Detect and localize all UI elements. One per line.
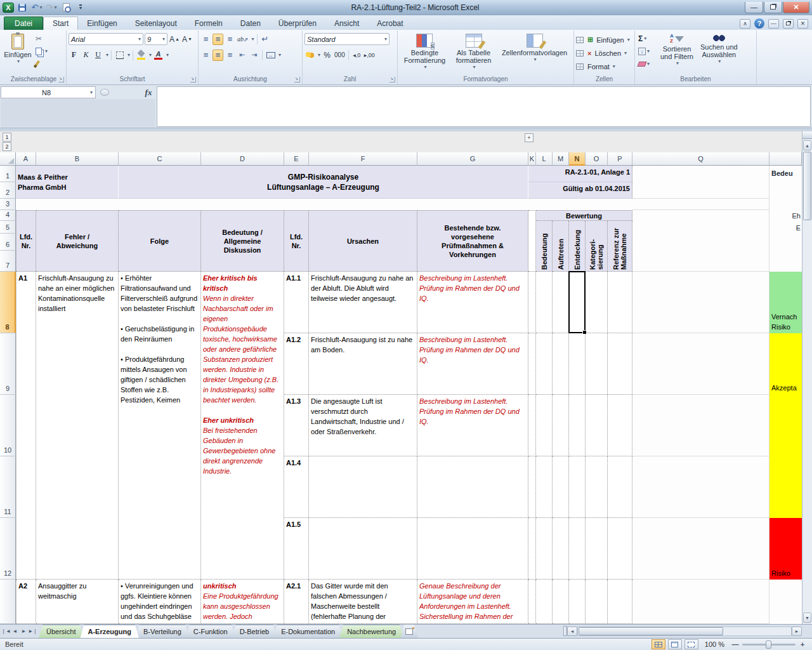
empty-cell[interactable] (586, 580, 608, 624)
vertical-scroll-thumb[interactable] (803, 152, 811, 220)
outline-expand-button[interactable]: + (525, 133, 534, 142)
sheet-tab-b-verteilung[interactable]: B-Verteilung (136, 625, 189, 638)
col-header-M[interactable]: M (553, 152, 569, 166)
empty-cell[interactable] (569, 580, 586, 624)
tab-seitenlayout[interactable]: Seitenlayout (126, 17, 186, 30)
zoom-out-button[interactable]: — (731, 640, 740, 649)
cell-a2-fehler[interactable]: Ansauggitter zu weitmaschig (36, 580, 119, 624)
cell-a1-3-note[interactable]: Beschreibung im Lastenheft. Prüfung im R… (417, 395, 528, 456)
empty-cell[interactable] (586, 272, 608, 333)
print-preview-button[interactable] (60, 2, 72, 13)
autosum-button[interactable]: Σ▾ (637, 33, 656, 44)
dialog-launcher-icon[interactable] (294, 77, 300, 83)
cell-a1-1-note[interactable]: Beschreibung im Lastenheft. Prüfung im R… (417, 272, 528, 333)
col-header-O[interactable]: O (586, 152, 608, 166)
header-rot-entdeckung[interactable]: Entdeckung (569, 221, 586, 272)
empty-cell[interactable] (553, 518, 569, 580)
cell-a1-4-id[interactable]: A1.4 (284, 456, 309, 518)
outline-level-1-button[interactable]: 1 (3, 133, 11, 142)
tab-ansicht[interactable]: Ansicht (325, 17, 368, 30)
scroll-right-button[interactable]: ► (792, 627, 802, 636)
percent-style-button[interactable]: % (322, 50, 332, 61)
empty-cell[interactable] (632, 210, 769, 272)
col-header-R[interactable] (769, 152, 802, 166)
cell-doc-ref[interactable]: RA-2.1-01, Anlage 1 (528, 166, 632, 182)
outline-level-2-button[interactable]: 2 (3, 142, 11, 151)
cell-a2-1-text[interactable]: Das Gitter wurde mit den falschen Abmess… (309, 580, 417, 624)
doc-restore-button[interactable] (783, 19, 794, 29)
col-header-K[interactable]: K (528, 152, 536, 166)
cell-a1-id[interactable]: A1 (16, 272, 36, 580)
tab-start[interactable]: Start (43, 17, 78, 30)
scroll-up-button[interactable]: ▲ (803, 140, 811, 150)
name-box[interactable]: N8▾ (1, 86, 96, 98)
header-lfd-nr-2[interactable]: Lfd. Nr. (284, 210, 309, 272)
empty-cell[interactable] (632, 333, 769, 395)
align-left-button[interactable]: ≡ (200, 50, 211, 61)
empty-cell[interactable] (569, 395, 586, 456)
row-header-6[interactable]: 6 (0, 234, 16, 251)
align-center-button[interactable]: ≡ (213, 50, 223, 61)
insert-function-button[interactable]: fx (141, 87, 156, 98)
legend-red-cell[interactable]: Risiko (769, 518, 802, 580)
cell-a1-3-id[interactable]: A1.3 (284, 395, 309, 456)
empty-cell[interactable] (608, 580, 632, 624)
empty-cell[interactable] (528, 395, 536, 456)
title-bar[interactable]: X ↶▾ ↷▾ ▾ RA-2.1-Lüftung-Teil2 - Microso… (0, 0, 812, 15)
paste-button[interactable]: Einfügen ▾ (3, 32, 32, 74)
copy-button[interactable]: ▾ (34, 46, 49, 56)
borders-button[interactable] (114, 50, 125, 61)
header-rot-bedeutung[interactable]: Bedeutung (536, 221, 553, 272)
close-button[interactable]: ✕ (783, 2, 809, 13)
customize-qat-button[interactable]: ▾ (75, 2, 86, 13)
delete-cells-button[interactable]: ×Löschen▾ (576, 47, 632, 59)
sort-filter-button[interactable]: AZ Sortieren und Filtern▾ (658, 32, 696, 74)
empty-cell[interactable] (632, 199, 769, 210)
empty-cell[interactable] (528, 272, 536, 333)
empty-cell[interactable] (536, 518, 553, 580)
empty-cell[interactable] (632, 395, 769, 456)
font-color-button[interactable]: A (153, 50, 164, 61)
header-rot-auftreten[interactable]: Auftreten (553, 221, 569, 272)
empty-cell[interactable] (608, 333, 632, 395)
format-painter-button[interactable] (34, 58, 49, 69)
row-header-2[interactable]: 2 (0, 182, 16, 199)
zoom-slider[interactable] (742, 644, 796, 646)
empty-cell[interactable] (553, 456, 569, 518)
empty-cell[interactable] (536, 333, 553, 395)
wrap-text-button[interactable]: ↵ (260, 34, 271, 45)
tab-formeln[interactable]: Formeln (186, 17, 232, 30)
cell-a1-3-text[interactable]: Die angesaugte Luft ist verschmutzt durc… (309, 395, 417, 456)
increase-decimal-button[interactable]: ◂,0 (351, 50, 362, 61)
formula-input[interactable] (157, 86, 811, 127)
align-right-button[interactable]: ≡ (225, 50, 235, 61)
row-header-5[interactable]: 5 (0, 221, 16, 234)
tab-einfuegen[interactable]: Einfügen (78, 17, 126, 30)
legend-green-cell[interactable]: Vernach Risiko (769, 272, 802, 333)
empty-cell[interactable] (536, 395, 553, 456)
row-header-8[interactable]: 8 (0, 272, 16, 333)
cell-valid-from[interactable]: Gültig ab 01.04.2015 (528, 182, 632, 199)
header-ursachen[interactable]: Ursachen (309, 210, 417, 272)
underline-button[interactable]: U (93, 50, 103, 61)
empty-cell[interactable] (536, 580, 553, 624)
insert-cells-button[interactable]: ⊞Einfügen▾ (576, 34, 632, 46)
empty-cell[interactable] (608, 395, 632, 456)
increase-indent-button[interactable]: ⇥ (249, 50, 259, 61)
cell-a2-folge[interactable]: • Verunreinigungen und ggfs. Kleintiere … (119, 580, 201, 624)
col-header-N[interactable]: N (569, 152, 586, 166)
empty-cell[interactable] (528, 518, 536, 580)
header-lfd-nr[interactable]: Lfd. Nr. (16, 210, 36, 272)
empty-cell[interactable] (569, 456, 586, 518)
sheet-tab-uebersicht[interactable]: Übersicht (39, 625, 83, 638)
save-button[interactable] (16, 2, 28, 13)
redo-button[interactable]: ↷▾ (46, 2, 57, 13)
empty-cell[interactable] (553, 272, 569, 333)
insert-sheet-button[interactable] (400, 625, 418, 638)
sheet-tab-d-betrieb[interactable]: D-Betrieb (232, 625, 277, 638)
worksheet-grid[interactable]: 1 2 + A B C D E F G K L M N O P Q 1 2 3 … (0, 131, 802, 624)
scroll-down-button[interactable]: ▼ (803, 613, 811, 623)
col-header-Q[interactable]: Q (632, 152, 769, 166)
row-header-10[interactable]: 10 (0, 395, 16, 456)
split-handle[interactable] (802, 131, 812, 139)
